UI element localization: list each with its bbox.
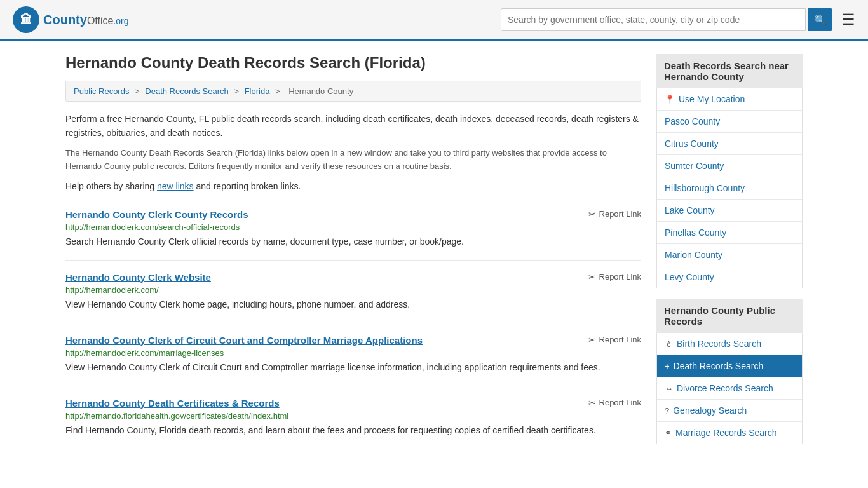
main-container: Hernando County Death Records Search (Fl… [53,41,815,467]
sidebar-county-hillsborough[interactable]: Hillsborough County [657,177,802,199]
desc-paragraph-3: Help others by sharing new links and rep… [65,179,641,193]
result-url[interactable]: http://hernandoclerk.com/search-official… [65,222,641,232]
list-item: Pinellas County [657,222,802,244]
result-url[interactable]: http://hernandoclerk.com/marriage-licens… [65,348,641,358]
report-link-button[interactable]: ✂ Report Link [588,398,641,408]
page-title: Hernando County Death Records Search (Fl… [65,54,641,72]
hamburger-icon: ☰ [841,11,855,28]
marriage-icon: ⚭ [665,428,672,438]
list-item: ⚭ Marriage Records Search [657,422,802,444]
list-item: Hillsborough County [657,177,802,200]
sidebar-county-citrus[interactable]: Citrus County [657,133,802,154]
genealogy-icon: ? [665,406,669,416]
breadcrumb-florida[interactable]: Florida [245,86,270,96]
nearby-header: Death Records Search near Hernando Count… [656,54,803,88]
search-icon: 🔍 [814,14,827,26]
breadcrumb: Public Records > Death Records Search > … [65,81,641,102]
desc-paragraph-2: The Hernando County Death Records Search… [65,147,641,173]
result-header: Hernando County Clerk Website ✂ Report L… [65,272,641,283]
result-title[interactable]: Hernando County Death Certificates & Rec… [65,398,280,409]
public-records-header: Hernando County Public Records [656,299,803,333]
result-desc: View Hernando County Clerk home page, in… [65,298,641,311]
breadcrumb-hernando: Hernando County [288,86,353,96]
location-pin-icon: 📍 [665,95,675,104]
sidebar-county-marion[interactable]: Marion County [657,244,802,266]
new-links-link[interactable]: new links [157,181,194,191]
report-icon: ✂ [588,398,596,408]
logo-area: 🏛 CountyOffice.org [13,6,129,33]
result-header: Hernando County Clerk of Circuit Court a… [65,335,641,346]
result-url[interactable]: http://hernandoclerk.com/ [65,285,641,295]
divorce-icon: ↔ [665,384,673,393]
sidebar-county-pinellas[interactable]: Pinellas County [657,222,802,243]
public-records-list: 🕯 Birth Records Search + Death Records S… [656,333,803,444]
genealogy-link[interactable]: ? Genealogy Search [657,400,802,421]
list-item: 📍 Use My Location [657,88,802,111]
result-item: Hernando County Clerk County Records ✂ R… [65,198,641,261]
report-link-button[interactable]: ✂ Report Link [588,335,641,345]
content-area: Hernando County Death Records Search (Fl… [65,54,641,454]
result-item: Hernando County Clerk of Circuit Court a… [65,323,641,386]
sidebar-county-pasco[interactable]: Pasco County [657,111,802,132]
menu-button[interactable]: ☰ [841,12,855,27]
result-item: Hernando County Clerk Website ✂ Report L… [65,261,641,323]
use-location-link[interactable]: 📍 Use My Location [657,88,802,110]
result-title[interactable]: Hernando County Clerk of Circuit Court a… [65,335,423,346]
result-desc: Find Hernando County, Florida death reco… [65,424,641,437]
report-icon: ✂ [588,272,596,282]
result-title[interactable]: Hernando County Clerk County Records [65,209,248,220]
report-icon: ✂ [588,335,596,345]
list-item: ↔ Divorce Records Search [657,377,802,400]
report-link-button[interactable]: ✂ Report Link [588,272,641,282]
nearby-section: Death Records Search near Hernando Count… [656,54,803,288]
list-item: 🕯 Birth Records Search [657,333,802,355]
result-header: Hernando County Clerk County Records ✂ R… [65,209,641,220]
list-item: Lake County [657,200,802,222]
sidebar-county-sumter[interactable]: Sumter County [657,155,802,177]
result-url[interactable]: http://hernando.floridahealth.gov/certif… [65,411,641,421]
result-item: Hernando County Death Certificates & Rec… [65,386,641,449]
list-item: Sumter County [657,155,802,177]
site-header: 🏛 CountyOffice.org 🔍 ☰ [0,0,868,41]
desc-paragraph-1: Perform a free Hernando County, FL publi… [65,112,641,140]
result-desc: Search Hernando County Clerk official re… [65,235,641,248]
breadcrumb-public-records[interactable]: Public Records [74,86,129,96]
search-area: 🔍 ☰ [501,8,855,31]
sidebar-county-lake[interactable]: Lake County [657,200,802,221]
result-desc: View Hernando County Clerk of Circuit Co… [65,361,641,374]
public-records-section: Hernando County Public Records 🕯 Birth R… [656,299,803,444]
list-item: Pasco County [657,111,802,133]
divorce-records-link[interactable]: ↔ Divorce Records Search [657,377,802,399]
breadcrumb-death-records[interactable]: Death Records Search [145,86,229,96]
list-item: ? Genealogy Search [657,400,802,422]
search-button[interactable]: 🔍 [808,8,832,31]
result-title[interactable]: Hernando County Clerk Website [65,272,211,283]
report-icon: ✂ [588,209,596,219]
list-item: Marion County [657,244,802,266]
report-link-button[interactable]: ✂ Report Link [588,209,641,219]
result-header: Hernando County Death Certificates & Rec… [65,398,641,409]
death-records-link[interactable]: + Death Records Search [657,355,802,377]
list-item: + Death Records Search [657,355,802,377]
search-input[interactable] [501,8,806,31]
marriage-records-link[interactable]: ⚭ Marriage Records Search [657,422,802,444]
list-item: Levy County [657,266,802,288]
birth-records-link[interactable]: 🕯 Birth Records Search [657,333,802,355]
logo-text: CountyOffice.org [43,13,129,27]
nearby-list: 📍 Use My Location Pasco County Citrus Co… [656,88,803,288]
logo-icon: 🏛 [13,6,39,33]
sidebar-county-levy[interactable]: Levy County [657,266,802,288]
death-icon: + [665,362,670,371]
birth-icon: 🕯 [665,339,673,349]
sidebar: Death Records Search near Hernando Count… [656,54,803,454]
list-item: Citrus County [657,133,802,155]
